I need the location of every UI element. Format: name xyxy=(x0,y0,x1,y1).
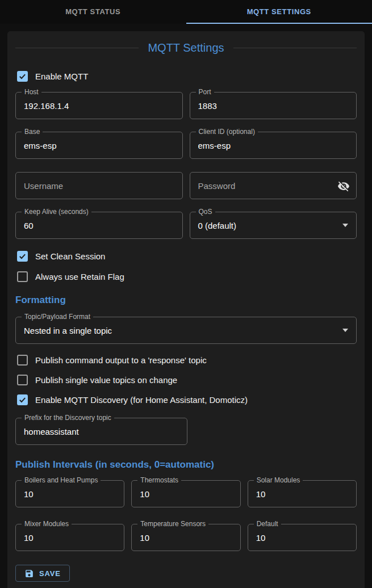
dropdown-arrow-icon xyxy=(342,329,348,332)
host-input[interactable] xyxy=(16,93,182,119)
intervals-row-1: Boilers and Heat Pumps Thermostats Solar… xyxy=(15,480,357,507)
clean-session-label: Set Clean Session xyxy=(35,251,105,261)
interval-mixer-label: Mixer Modules xyxy=(22,520,72,528)
check-icon xyxy=(18,396,27,404)
interval-thermostats-input[interactable] xyxy=(132,481,240,507)
credentials-row xyxy=(15,172,357,199)
topic-format-value: Nested in a single topic xyxy=(16,326,342,335)
discovery-row: Enable MQTT Discovery (for Home Assistan… xyxy=(15,393,357,406)
tab-mqtt-settings[interactable]: MQTT SETTINGS xyxy=(186,0,372,24)
interval-solar-field: Solar Modules xyxy=(248,480,357,507)
keep-alive-label: Keep Alive (seconds) xyxy=(22,208,91,216)
save-button-label: SAVE xyxy=(39,569,61,578)
enable-mqtt-label: Enable MQTT xyxy=(35,72,88,81)
page-title: MQTT Settings xyxy=(148,41,224,54)
base-clientid-row: Base Client ID (optional) xyxy=(15,132,357,159)
settings-card: MQTT Settings Enable MQTT Host Port Base… xyxy=(7,31,365,588)
title-divider-right xyxy=(233,48,357,48)
interval-mixer-input[interactable] xyxy=(16,524,124,551)
qos-select[interactable]: QoS 0 (default) xyxy=(190,212,357,239)
client-id-field: Client ID (optional) xyxy=(190,132,357,159)
clean-session-row: Set Clean Session xyxy=(15,249,357,263)
base-field: Base xyxy=(15,132,183,159)
tab-bar: MQTT STATUS MQTT SETTINGS xyxy=(0,0,372,24)
toggle-password-visibility-button[interactable] xyxy=(337,179,350,193)
single-value-checkbox[interactable] xyxy=(17,375,28,385)
keep-alive-field: Keep Alive (seconds) xyxy=(15,212,183,239)
save-icon xyxy=(24,569,34,578)
port-input[interactable] xyxy=(190,93,357,119)
interval-mixer-field: Mixer Modules xyxy=(15,524,124,551)
interval-solar-input[interactable] xyxy=(248,481,356,507)
interval-default-label: Default xyxy=(254,520,281,528)
topic-format-select[interactable]: Topic/Payload Format Nested in a single … xyxy=(15,317,357,344)
qos-value: 0 (default) xyxy=(190,221,343,230)
retain-flag-row: Always use Retain Flag xyxy=(15,270,357,283)
check-icon xyxy=(18,252,27,261)
save-button[interactable]: SAVE xyxy=(15,565,70,582)
username-field xyxy=(15,172,183,199)
qos-label: QoS xyxy=(196,208,215,216)
discovery-prefix-field: Prefix for the Discovery topic xyxy=(15,418,187,445)
topic-format-label: Topic/Payload Format xyxy=(22,313,93,321)
interval-default-field: Default xyxy=(248,524,357,551)
interval-temperature-label: Temperature Sensors xyxy=(137,520,208,528)
interval-thermostats-label: Thermostats xyxy=(137,476,181,484)
interval-thermostats-field: Thermostats xyxy=(131,480,240,507)
port-label: Port xyxy=(196,88,214,96)
dropdown-arrow-icon xyxy=(342,224,348,227)
retain-flag-checkbox[interactable] xyxy=(17,271,28,282)
password-input[interactable] xyxy=(190,173,357,199)
interval-solar-label: Solar Modules xyxy=(254,476,303,484)
enable-mqtt-checkbox[interactable] xyxy=(17,71,28,82)
keep-alive-input[interactable] xyxy=(16,212,182,238)
discovery-checkbox[interactable] xyxy=(17,394,28,405)
retain-flag-label: Always use Retain Flag xyxy=(35,272,124,282)
client-id-label: Client ID (optional) xyxy=(196,128,258,136)
formatting-heading: Formatting xyxy=(15,294,357,306)
keepalive-qos-row: Keep Alive (seconds) QoS 0 (default) xyxy=(15,212,357,239)
interval-temperature-field: Temperature Sensors xyxy=(131,524,240,551)
check-icon xyxy=(18,72,27,81)
visibility-off-icon xyxy=(337,180,350,192)
single-value-label: Publish single value topics on change xyxy=(35,375,177,385)
tab-mqtt-status[interactable]: MQTT STATUS xyxy=(0,0,186,24)
client-id-input[interactable] xyxy=(190,132,357,158)
interval-boilers-field: Boilers and Heat Pumps xyxy=(15,480,124,507)
title-row: MQTT Settings xyxy=(15,41,357,54)
single-value-row: Publish single value topics on change xyxy=(15,373,357,387)
response-topic-row: Publish command output to a 'response' t… xyxy=(15,353,357,367)
port-field: Port xyxy=(190,92,357,119)
host-port-row: Host Port xyxy=(15,92,357,119)
base-input[interactable] xyxy=(16,132,182,158)
enable-mqtt-row: Enable MQTT xyxy=(15,69,357,83)
intervals-row-2: Mixer Modules Temperature Sensors Defaul… xyxy=(15,524,357,551)
interval-default-input[interactable] xyxy=(248,524,356,551)
username-input[interactable] xyxy=(16,173,182,199)
base-label: Base xyxy=(22,128,43,136)
discovery-prefix-input[interactable] xyxy=(16,418,187,444)
interval-temperature-input[interactable] xyxy=(132,524,240,551)
clean-session-checkbox[interactable] xyxy=(17,251,28,262)
host-label: Host xyxy=(22,88,41,96)
response-topic-checkbox[interactable] xyxy=(17,355,28,366)
host-field: Host xyxy=(15,92,183,119)
interval-boilers-label: Boilers and Heat Pumps xyxy=(22,476,101,484)
publish-intervals-heading: Publish Intervals (in seconds, 0=automat… xyxy=(15,459,357,471)
discovery-prefix-label: Prefix for the Discovery topic xyxy=(22,414,114,422)
title-divider-left xyxy=(15,48,139,48)
password-field xyxy=(190,172,357,199)
interval-boilers-input[interactable] xyxy=(16,481,124,507)
discovery-label: Enable MQTT Discovery (for Home Assistan… xyxy=(35,395,248,405)
response-topic-label: Publish command output to a 'response' t… xyxy=(35,355,207,365)
